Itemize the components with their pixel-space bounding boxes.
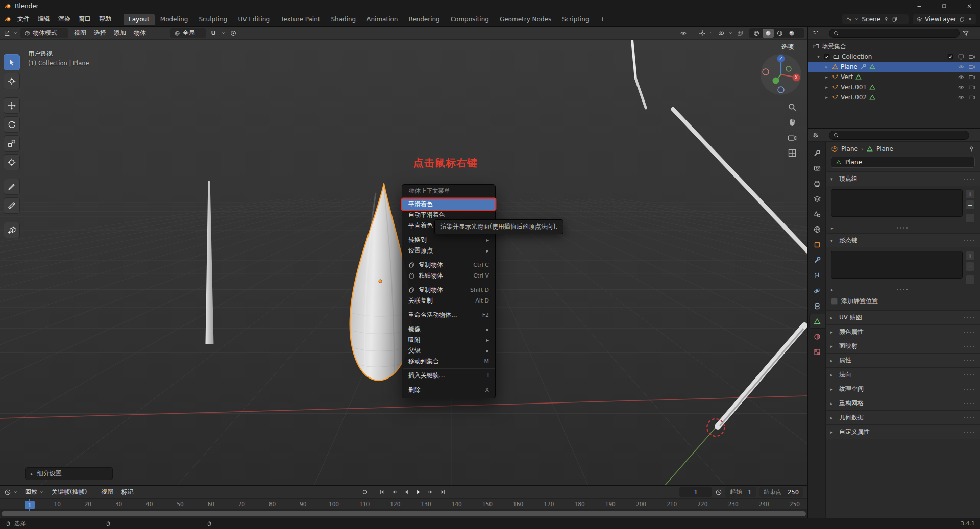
shading-solid-button[interactable]	[763, 29, 774, 38]
panel-grip-icon[interactable]	[963, 239, 975, 242]
camera-view-button[interactable]	[787, 133, 797, 143]
expand-arrow-icon[interactable]: ▾	[816, 54, 821, 59]
context-menu-item[interactable]: 平滑着色	[402, 199, 495, 210]
panel-grip-icon[interactable]	[963, 388, 975, 391]
camera-icon[interactable]	[968, 84, 975, 91]
panel-header[interactable]: ▾顶点组	[826, 172, 980, 186]
properties-editor-icon[interactable]	[812, 132, 819, 139]
shading-material-button[interactable]	[774, 29, 786, 38]
properties-tab-active-tool[interactable]	[810, 146, 825, 160]
properties-tab-output[interactable]	[810, 177, 825, 190]
xray-button[interactable]	[734, 28, 746, 38]
properties-search-input[interactable]	[829, 131, 969, 140]
panel-header[interactable]: ▸属性	[826, 354, 980, 367]
snap-toggle-button[interactable]	[208, 28, 219, 38]
menubar-menu[interactable]: 窗口	[75, 13, 95, 25]
menubar-menu[interactable]: 渲染	[54, 13, 75, 25]
jump-end-button[interactable]	[437, 487, 449, 497]
panel-header[interactable]: ▸UV 贴图	[826, 311, 980, 324]
data-name-field[interactable]: Plane	[831, 157, 975, 168]
outliner-row-vert-002[interactable]: ▸Vert.002	[808, 92, 980, 103]
panel-grip-icon[interactable]	[963, 431, 975, 434]
chevron-down-icon[interactable]	[822, 31, 826, 35]
keyframe-prev-button[interactable]	[388, 487, 400, 497]
workspace-tab-layout[interactable]: Layout	[124, 14, 155, 25]
outliner-row-collection[interactable]: ▾Collection	[808, 52, 980, 62]
expand-arrow-icon[interactable]: ▸	[824, 95, 829, 100]
properties-tab-material[interactable]	[810, 330, 825, 343]
specials-dropdown-button[interactable]	[965, 275, 975, 285]
snap-options-icon[interactable]	[221, 31, 226, 35]
panel-grip-icon[interactable]	[963, 316, 975, 319]
options-button[interactable]: 选项	[781, 43, 800, 52]
shading-rendered-button[interactable]	[786, 29, 797, 38]
specials-dropdown-button[interactable]	[965, 213, 975, 223]
preview-range-icon[interactable]	[715, 489, 722, 496]
panel-grip-icon[interactable]	[963, 416, 975, 419]
panel-header[interactable]: ▸颜色属性	[826, 325, 980, 339]
frame-end-field[interactable]: 结束点250	[760, 487, 803, 497]
workspace-tab-shading[interactable]: Shading	[326, 14, 361, 25]
panel-header[interactable]: ▸法向	[826, 368, 980, 382]
chevron-down-icon[interactable]	[691, 31, 695, 35]
context-menu-item[interactable]: 删除X	[402, 385, 495, 395]
menubar-menu[interactable]: 编辑	[34, 13, 54, 25]
context-menu-item[interactable]: 粘贴物体Ctrl V	[402, 270, 495, 281]
context-menu-item[interactable]: 自动平滑着色	[402, 210, 495, 220]
context-menu-item[interactable]: 插入关键帧...I	[402, 370, 495, 381]
menubar-menu[interactable]: 帮助	[95, 13, 115, 25]
breadcrumb-data[interactable]: Plane	[876, 145, 893, 153]
screen-icon[interactable]	[958, 53, 965, 60]
workspace-tab-rendering[interactable]: Rendering	[403, 14, 445, 25]
outliner-row-plane[interactable]: ▸Plane	[808, 62, 980, 72]
workspace-tab-geometry-nodes[interactable]: Geometry Nodes	[495, 14, 556, 25]
panel-header[interactable]: ▸纹理空间	[826, 382, 980, 396]
panel-grip-icon[interactable]	[963, 345, 975, 348]
pin-icon[interactable]	[968, 145, 975, 153]
gizmos-button[interactable]	[697, 28, 708, 38]
context-menu-item[interactable]: 父级▸	[402, 345, 495, 356]
expand-arrow-icon[interactable]: ▸	[824, 74, 829, 80]
shading-wireframe-button[interactable]	[751, 29, 762, 38]
chevron-down-icon[interactable]	[13, 31, 18, 35]
context-menu-item[interactable]: 设置原点▸	[402, 245, 495, 256]
current-frame-field[interactable]: 1	[679, 487, 712, 497]
shading-options-icon[interactable]	[798, 31, 802, 35]
properties-tab-world[interactable]	[810, 222, 825, 236]
chevron-down-icon[interactable]	[972, 133, 976, 137]
auto-key-button[interactable]	[359, 487, 371, 497]
proportional-edit-button[interactable]	[228, 28, 239, 38]
menubar-menu[interactable]: 文件	[13, 13, 34, 25]
outliner-row-scene-collection[interactable]: 场景集合	[808, 41, 980, 52]
breadcrumb-object[interactable]: Plane	[841, 145, 858, 153]
blender-menu-icon[interactable]	[4, 16, 11, 23]
expand-arrow-icon[interactable]: ▸	[831, 287, 834, 292]
add-item-button[interactable]: +	[965, 251, 975, 261]
unlink-scene-icon[interactable]	[900, 17, 905, 21]
chevron-down-icon[interactable]	[709, 31, 714, 35]
panel-header[interactable]: ▾形态键	[826, 234, 980, 247]
panel-grip-icon[interactable]	[963, 373, 975, 376]
scrollbar-handle[interactable]	[2, 511, 806, 516]
properties-tab-modifiers[interactable]	[810, 253, 825, 267]
chevron-down-icon[interactable]	[972, 31, 976, 35]
context-menu-item[interactable]: 吸附▸	[402, 335, 495, 345]
expand-arrow-icon[interactable]: ▸	[831, 225, 834, 231]
pan-button[interactable]	[787, 117, 797, 128]
context-menu-item[interactable]: 转换到▸	[402, 235, 495, 245]
properties-tab-texture[interactable]	[810, 345, 825, 359]
add-item-button[interactable]: +	[965, 189, 975, 199]
workspace-tab-modeling[interactable]: Modeling	[155, 14, 193, 25]
tool-rotate[interactable]	[4, 116, 20, 133]
proportional-options-icon[interactable]	[241, 31, 246, 35]
checkbox-checked-icon[interactable]	[947, 53, 954, 60]
jump-start-button[interactable]	[376, 487, 387, 497]
panel-grip-icon[interactable]	[963, 359, 975, 362]
workspace-tab-sculpting[interactable]: Sculpting	[193, 14, 232, 25]
outliner-row-vert[interactable]: ▸Vert	[808, 72, 980, 82]
panel-grip-icon[interactable]	[963, 178, 975, 181]
transform-orientation-dropdown[interactable]: 全局	[170, 28, 206, 38]
context-menu-item[interactable]: 重命名活动物体...F2	[402, 310, 495, 320]
timeline-editor-icon[interactable]	[4, 489, 11, 496]
play-button[interactable]	[413, 487, 424, 497]
